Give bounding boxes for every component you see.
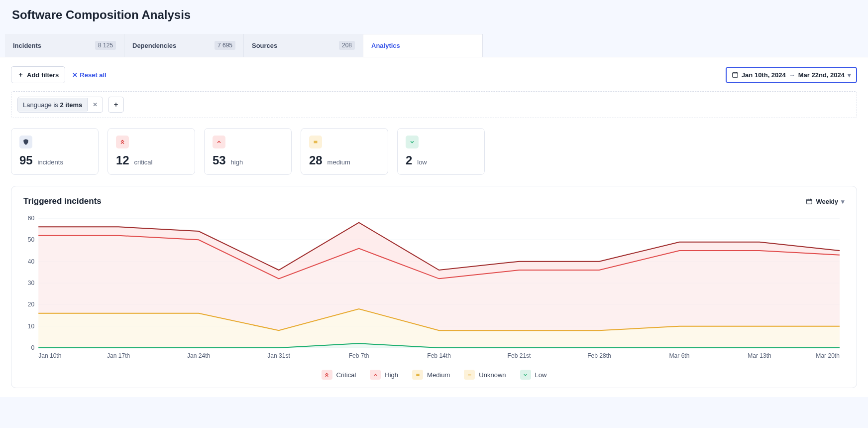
chevron-down-icon: ▾: [848, 71, 851, 79]
double-chevron-up-icon: [322, 370, 332, 380]
chevron-down-icon: [406, 136, 419, 148]
add-filters-button[interactable]: ＋ Add filters: [11, 66, 65, 83]
stat-incidents: 95 incidents: [11, 128, 99, 175]
button-label: Add filters: [27, 71, 59, 79]
svg-text:Mar 20th: Mar 20th: [816, 352, 840, 359]
stat-label: low: [417, 158, 427, 166]
chart-card: Triggered incidents Weekly ▾ 01020304050…: [11, 186, 857, 388]
legend-unknown[interactable]: Unknown: [464, 370, 506, 380]
tabs: Incidents 8 125 Dependencies 7 695 Sourc…: [0, 34, 868, 57]
svg-text:Feb 21st: Feb 21st: [508, 352, 532, 359]
tab-label: Analytics: [371, 42, 400, 49]
calendar-icon: [806, 198, 813, 205]
stat-value: 28: [309, 153, 323, 167]
tab-count: 7 695: [215, 41, 235, 50]
page-title: Software Composition Analysis: [0, 0, 868, 34]
svg-text:50: 50: [28, 236, 35, 243]
equals-icon: [412, 370, 423, 380]
legend-label: Unknown: [479, 371, 506, 379]
stat-critical: 12 critical: [108, 128, 195, 175]
stat-label: critical: [134, 158, 153, 166]
svg-text:30: 30: [28, 280, 35, 286]
dash-icon: [464, 370, 475, 380]
legend-label: Low: [535, 371, 547, 379]
svg-text:Jan 31st: Jan 31st: [267, 352, 290, 359]
tab-sources[interactable]: Sources 208: [244, 34, 363, 57]
legend-label: Medium: [427, 371, 450, 379]
chevron-up-icon: [370, 370, 381, 380]
calendar-icon: [732, 71, 739, 78]
legend-label: Critical: [336, 371, 356, 379]
stat-medium: 28 medium: [301, 128, 388, 175]
svg-text:Jan 24th: Jan 24th: [187, 352, 210, 359]
svg-text:40: 40: [28, 258, 35, 265]
tab-dependencies[interactable]: Dependencies 7 695: [124, 34, 244, 57]
stat-low: 2 low: [397, 128, 485, 175]
tab-count: 208: [339, 41, 355, 50]
stat-label: incidents: [38, 158, 63, 166]
svg-text:Feb 14th: Feb 14th: [427, 352, 451, 359]
chip-text: Language is 2 items: [18, 98, 87, 112]
svg-rect-1: [807, 199, 812, 204]
double-chevron-up-icon: [116, 136, 129, 148]
chevron-down-icon: [520, 370, 531, 380]
tab-count: 8 125: [95, 41, 116, 50]
svg-text:Feb 28th: Feb 28th: [587, 352, 611, 359]
button-label: Reset all: [80, 71, 106, 79]
shield-icon: [19, 136, 32, 148]
date-range-picker[interactable]: Jan 10th, 2024 → Mar 22nd, 2024 ▾: [726, 67, 857, 83]
filter-row: Language is 2 items ✕ ＋: [11, 91, 857, 118]
svg-text:10: 10: [28, 323, 35, 330]
chevron-down-icon: ▾: [841, 198, 845, 205]
stat-high: 53 high: [204, 128, 292, 175]
close-icon: ✕: [72, 71, 78, 79]
chevron-up-icon: [213, 136, 225, 148]
add-filter-button[interactable]: ＋: [108, 97, 124, 113]
arrow-right-icon: →: [789, 71, 795, 79]
chart-title: Triggered incidents: [23, 196, 102, 206]
legend-critical[interactable]: Critical: [322, 370, 356, 380]
stat-value: 53: [213, 153, 226, 167]
svg-text:Mar 13th: Mar 13th: [748, 352, 771, 359]
svg-text:20: 20: [28, 301, 35, 308]
plus-icon: ＋: [17, 70, 24, 79]
legend-medium[interactable]: Medium: [412, 370, 450, 380]
legend-low[interactable]: Low: [520, 370, 547, 380]
tab-label: Sources: [252, 42, 277, 49]
svg-text:0: 0: [31, 344, 34, 351]
tab-incidents[interactable]: Incidents 8 125: [5, 34, 124, 57]
date-from: Jan 10th, 2024: [742, 71, 786, 79]
reset-all-button[interactable]: ✕ Reset all: [72, 71, 106, 79]
legend-label: High: [385, 371, 398, 379]
tab-label: Dependencies: [132, 42, 176, 49]
filter-chip-language[interactable]: Language is 2 items ✕: [17, 97, 103, 113]
stat-value: 2: [406, 153, 412, 167]
stat-label: medium: [327, 158, 350, 166]
svg-text:Feb 7th: Feb 7th: [349, 352, 369, 359]
svg-text:Jan 10th: Jan 10th: [38, 352, 61, 359]
interval-selector[interactable]: Weekly ▾: [806, 198, 845, 205]
legend-high[interactable]: High: [370, 370, 398, 380]
chart-legend: Critical High Medium: [23, 370, 845, 380]
chart-area: 0102030405060Jan 10thJan 17thJan 24thJan…: [23, 213, 845, 363]
stat-label: high: [231, 158, 243, 166]
tab-analytics[interactable]: Analytics: [363, 34, 483, 57]
date-to: Mar 22nd, 2024: [798, 71, 845, 79]
chip-remove[interactable]: ✕: [87, 98, 103, 111]
equals-icon: [309, 136, 322, 148]
svg-rect-0: [733, 73, 738, 77]
stat-value: 12: [116, 153, 129, 167]
plus-icon: ＋: [112, 100, 119, 109]
tab-label: Incidents: [13, 42, 41, 49]
svg-text:60: 60: [28, 215, 35, 222]
interval-label: Weekly: [816, 198, 838, 205]
svg-text:Mar 6th: Mar 6th: [669, 352, 690, 359]
stat-value: 95: [19, 153, 33, 167]
svg-text:Jan 17th: Jan 17th: [107, 352, 130, 359]
